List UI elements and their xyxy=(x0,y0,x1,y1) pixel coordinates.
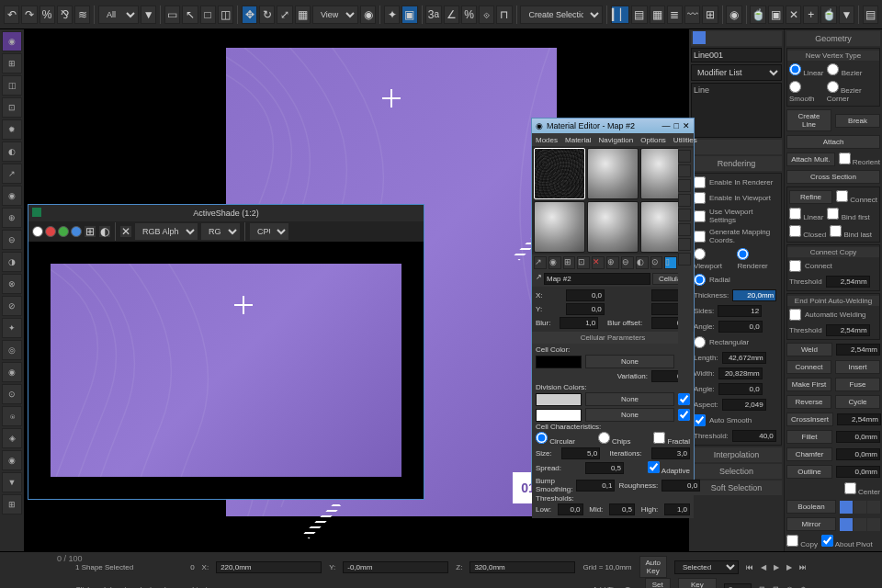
me-bump[interactable] xyxy=(576,480,615,492)
me-t2[interactable]: ◉ xyxy=(548,256,561,269)
st-4[interactable] xyxy=(737,140,750,153)
as-mode[interactable]: RGBA xyxy=(200,222,241,241)
connect-btn[interactable]: Connect xyxy=(786,360,831,374)
reorient-chk[interactable] xyxy=(839,153,851,164)
nvt-linear[interactable] xyxy=(789,63,801,75)
percent-snap-icon[interactable]: % xyxy=(461,6,477,24)
snap-magnet-icon[interactable]: ⊓ xyxy=(496,6,512,24)
me-close-icon[interactable]: ✕ xyxy=(683,121,690,130)
autoweld-chk[interactable] xyxy=(789,309,801,321)
me-side-7[interactable] xyxy=(678,238,691,251)
nvt-bezier[interactable] xyxy=(827,63,839,75)
link-icon[interactable]: % xyxy=(40,6,55,24)
object-name[interactable] xyxy=(691,48,782,62)
me-picker-icon[interactable]: ↗ xyxy=(536,273,542,285)
as-grid-icon[interactable]: ⊞ xyxy=(84,225,96,238)
render-icon[interactable]: 🍵 xyxy=(820,6,836,24)
as-clone-icon[interactable] xyxy=(71,226,82,237)
angle[interactable] xyxy=(718,321,763,333)
mir-h-icon[interactable] xyxy=(840,518,853,531)
lb-8[interactable]: ◉ xyxy=(2,186,22,206)
nav-icon-1[interactable]: ⊞ xyxy=(759,585,765,589)
as-channel[interactable]: RGB Alpha xyxy=(134,222,198,241)
render-setup-icon[interactable]: 🍵 xyxy=(750,6,765,24)
me-cell-color[interactable] xyxy=(536,356,582,368)
move-icon[interactable]: ✥ xyxy=(242,6,257,24)
me-fractal[interactable] xyxy=(653,432,665,444)
attach-mult-btn[interactable]: Attach Mult. xyxy=(786,153,835,166)
chamfer-btn[interactable]: Chamfer xyxy=(786,447,832,461)
play-back-icon[interactable]: ◀ xyxy=(761,563,766,571)
boolean-btn[interactable]: Boolean xyxy=(786,500,836,514)
me-side-3[interactable] xyxy=(678,179,691,192)
as-record-icon[interactable] xyxy=(45,226,56,237)
me-div-map-1[interactable]: None xyxy=(585,392,674,406)
lb-18[interactable]: ⍟ xyxy=(2,406,22,426)
lb-22[interactable]: ⊞ xyxy=(2,494,22,514)
me-t8[interactable]: ◐ xyxy=(636,256,649,269)
spinner-snap-icon[interactable]: ⟐ xyxy=(479,6,494,24)
lb-3[interactable]: ◫ xyxy=(2,75,22,96)
me-t6[interactable]: ⊕ xyxy=(606,256,619,269)
me-coord-y[interactable] xyxy=(566,303,605,315)
as-close-icon[interactable]: ✕ xyxy=(119,225,132,238)
me-slot-4[interactable] xyxy=(534,201,585,253)
me-titlebar[interactable]: ◉ Material Editor - Map #2 — □ ✕ xyxy=(532,119,694,133)
me-div-color-1[interactable] xyxy=(536,393,582,406)
me-cellular-header[interactable]: Cellular Parameters xyxy=(532,332,694,344)
width[interactable] xyxy=(718,368,763,379)
bool-union-icon[interactable] xyxy=(840,501,853,514)
plus-icon[interactable]: + xyxy=(803,6,819,24)
lb-9[interactable]: ⊕ xyxy=(2,208,22,228)
lb-2[interactable]: ⊞ xyxy=(2,53,22,74)
play-fwd-icon[interactable]: ▶ xyxy=(786,563,792,571)
me-map-name[interactable] xyxy=(544,273,650,285)
mirror-btn[interactable]: Mirror xyxy=(786,517,836,531)
me-size[interactable] xyxy=(561,447,600,459)
lb-19[interactable]: ◈ xyxy=(2,428,22,448)
me-slot-2[interactable] xyxy=(587,148,639,199)
me-min-icon[interactable]: — xyxy=(662,121,671,130)
cp-tab-hier[interactable] xyxy=(722,31,735,44)
st-2[interactable] xyxy=(707,140,720,153)
as-device[interactable]: CPU xyxy=(249,222,289,241)
en-viewport[interactable] xyxy=(694,192,706,204)
me-div-chk-2[interactable] xyxy=(678,409,690,421)
weld-inp[interactable] xyxy=(836,344,880,356)
cp-tab-display[interactable] xyxy=(752,31,764,44)
snap-icon[interactable]: 3a xyxy=(425,6,441,24)
gen-map[interactable] xyxy=(694,231,706,243)
fi-inp[interactable] xyxy=(836,431,880,443)
me-coord-x[interactable] xyxy=(566,289,605,301)
nav-icon-2[interactable]: ⊡ xyxy=(773,585,779,589)
geometry-rollout[interactable]: Geometry xyxy=(786,31,880,46)
st-3[interactable] xyxy=(722,140,735,153)
rendering-rollout[interactable]: Rendering xyxy=(691,156,782,171)
lb-13[interactable]: ⊘ xyxy=(2,296,22,316)
frame-inp[interactable] xyxy=(724,583,752,589)
lb-14[interactable]: ✦ xyxy=(2,318,22,338)
keyfilters-btn[interactable]: Key Filters... xyxy=(678,578,717,588)
manip-icon[interactable]: ✦ xyxy=(384,6,400,24)
break-btn[interactable]: Break xyxy=(835,114,880,128)
cp-tab-create[interactable] xyxy=(693,31,706,44)
me-t7[interactable]: ⊖ xyxy=(621,256,634,269)
cp-tab-util[interactable] xyxy=(766,31,779,44)
play-next-icon[interactable]: ⏭ xyxy=(799,563,807,571)
me-spread[interactable] xyxy=(585,462,624,474)
connect2-chk[interactable] xyxy=(789,260,801,272)
layers-icon[interactable]: ≋ xyxy=(74,6,90,24)
me-chips[interactable] xyxy=(598,432,610,444)
selection-rollout[interactable]: Selection xyxy=(691,464,782,479)
as-play-icon[interactable] xyxy=(58,226,69,237)
render-last-icon[interactable]: ▼ xyxy=(839,6,854,24)
lb-12[interactable]: ⊗ xyxy=(2,274,22,294)
cycle-btn[interactable]: Cycle xyxy=(835,395,880,409)
z-coord[interactable] xyxy=(469,561,575,573)
me-side-2[interactable] xyxy=(678,164,691,177)
r-renderer[interactable] xyxy=(737,248,749,260)
me-div-map-2[interactable]: None xyxy=(585,408,674,422)
lb-21[interactable]: ▼ xyxy=(2,472,22,492)
me-low[interactable] xyxy=(558,503,583,515)
activeshade-viewport[interactable] xyxy=(28,242,424,499)
